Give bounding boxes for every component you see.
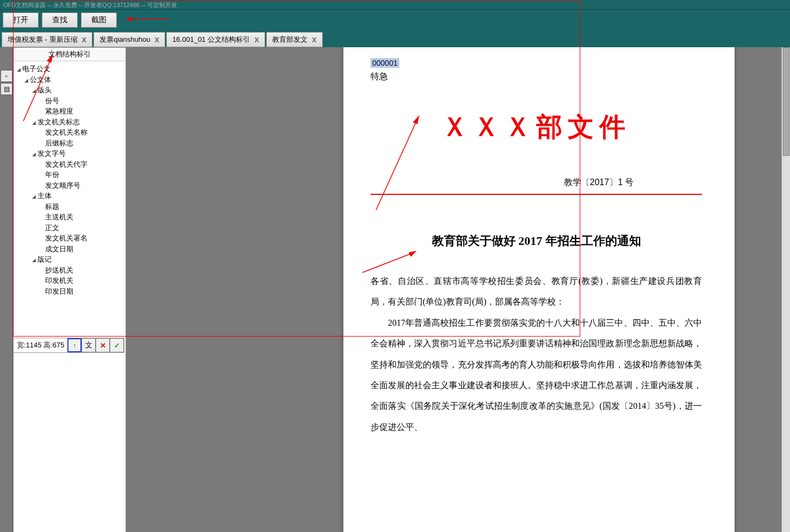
strip-icon-2[interactable]: ▤ [1, 83, 12, 95]
tree-item-label: 成文日期 [45, 245, 73, 253]
tree-item[interactable]: 发文顺序号 [15, 180, 124, 191]
confirm-button[interactable]: ✓ [110, 338, 124, 352]
tree-item-label: 版头 [37, 86, 52, 94]
tree-item-label: 发文顺序号 [45, 181, 80, 189]
tree-item[interactable]: 发文机关代字 [15, 159, 124, 170]
screenshot-button[interactable]: 截图 [81, 12, 117, 28]
left-icon-strip: ▫ ▤ [0, 47, 13, 532]
selection-dimensions: 宽:1145 高:675 [14, 339, 67, 352]
document-number: 教学〔2017〕1 号 [371, 177, 702, 188]
titlebar: OFD文档阅读器 -- 永久免费 -- 开发者QQ:13712486 -- 可定… [0, 0, 790, 10]
tree-item[interactable]: 发文机关名称 [15, 127, 124, 138]
addressee: 各省、自治区、直辖市高等学校招生委员会、教育厅(教委)，新疆生产建设兵团教育局，… [371, 271, 702, 313]
tree-item-label: 主送机关 [45, 213, 73, 221]
main-area: ▫ ▤ 文档结构标引 ◢电子公文◢公文体◢版头份号紧急程度◢发文机关标志发文机关… [0, 47, 790, 532]
close-icon[interactable]: X [154, 36, 159, 44]
tree-item[interactable]: 正文 [15, 223, 124, 233]
tree-item-label: 印发机关 [45, 276, 73, 284]
collapse-icon[interactable]: ◢ [32, 193, 37, 201]
tree-item[interactable]: 紧急程度 [15, 106, 124, 117]
divider-line [371, 194, 702, 195]
tab-invoice-qianshuhou[interactable]: 发票qianshuhou X [93, 32, 165, 47]
tree-item-label: 紧急程度 [45, 107, 73, 115]
tree-item[interactable]: 年份 [15, 169, 124, 180]
screenshot-toolbar: 宽:1145 高:675 ↑ 文 ✕ ✓ [13, 338, 124, 353]
tree-item-label: 发文机关代字 [45, 160, 87, 168]
collapse-icon[interactable]: ◢ [32, 257, 37, 264]
tree-item[interactable]: 印发日期 [15, 286, 124, 297]
close-icon[interactable]: X [254, 36, 259, 44]
tree-item-label: 抄送机关 [45, 266, 73, 274]
serial-number: 000001 [371, 58, 399, 68]
tree-item[interactable]: 后缀标志 [15, 138, 124, 149]
tree-item-label: 发文机关名称 [45, 128, 87, 136]
tree-item[interactable]: ◢发文机关标志 [15, 117, 124, 128]
tab-label: 16.001_01 公文结构标引 [172, 35, 250, 45]
tab-invoice-recompress[interactable]: 增值税发票 - 重新压缩 X [2, 32, 92, 47]
tree-item-label: 后缀标志 [45, 139, 73, 147]
tree-item[interactable]: ◢主体 [15, 191, 124, 201]
tree-item-label: 印发日期 [45, 287, 73, 295]
structure-tree[interactable]: ◢电子公文◢公文体◢版头份号紧急程度◢发文机关标志发文机关名称后缀标志◢发文字号… [14, 61, 126, 532]
tab-bar: 增值税发票 - 重新压缩 X 发票qianshuhou X 16.001_01 … [0, 30, 790, 47]
up-button[interactable]: ↑ [67, 338, 81, 352]
tab-label: 教育部发文 [272, 35, 308, 45]
annotation-arrow-icon [126, 15, 169, 26]
tree-item-label: 电子公文 [22, 65, 51, 73]
cancel-button[interactable]: ✕ [96, 338, 110, 352]
tree-item-label: 公文体 [30, 75, 51, 84]
tab-doc-structure[interactable]: 16.001_01 公文结构标引 X [166, 32, 265, 47]
collapse-icon[interactable]: ◢ [32, 151, 37, 159]
tree-item-label: 标题 [45, 202, 59, 211]
urgency-label: 特急 [371, 71, 702, 83]
tree-item[interactable]: 成文日期 [15, 244, 124, 255]
org-title: ＸＸＸ部文件 [371, 110, 702, 144]
tree-item-label: 正文 [45, 224, 59, 232]
tree-item-label: 发文机关署名 [45, 234, 87, 242]
tree-item[interactable]: 抄送机关 [15, 265, 124, 276]
tree-item-label: 发文字号 [37, 149, 66, 157]
tree-item-label: 份号 [45, 97, 59, 105]
tree-item[interactable]: 主送机关 [15, 212, 124, 223]
tree-item[interactable]: ◢发文字号 [15, 148, 124, 159]
document-page: 000001 特急 ＸＸＸ部文件 教学〔2017〕1 号 教育部关于做好 201… [343, 47, 735, 532]
tab-label: 发票qianshuhou [99, 35, 150, 45]
close-icon[interactable]: X [312, 36, 317, 44]
find-button[interactable]: 查找 [42, 12, 78, 28]
tree-item[interactable]: ◢版记 [15, 254, 124, 265]
tab-label: 增值税发票 - 重新压缩 [8, 35, 78, 45]
tree-item[interactable]: 印发机关 [15, 275, 124, 286]
sidebar-title: 文档结构标引 [14, 48, 126, 61]
collapse-icon[interactable]: ◢ [24, 77, 30, 85]
tree-item[interactable]: ◢公文体 [15, 74, 124, 85]
close-icon[interactable]: X [82, 36, 87, 44]
body-paragraph: 2017年普通高校招生工作要贯彻落实党的十八大和十八届三中、四中、五中、六中全会… [371, 313, 702, 438]
tree-item[interactable]: 份号 [15, 96, 124, 106]
collapse-icon[interactable]: ◢ [32, 119, 37, 127]
document-viewport[interactable]: 000001 特急 ＸＸＸ部文件 教学〔2017〕1 号 教育部关于做好 201… [126, 47, 790, 532]
tree-item[interactable]: ◢版头 [15, 85, 124, 96]
tree-item-label: 年份 [45, 170, 59, 179]
tree-item-label: 发文机关标志 [37, 118, 80, 126]
tree-item[interactable]: ◢电子公文 [15, 64, 124, 74]
structure-sidebar: 文档结构标引 ◢电子公文◢公文体◢版头份号紧急程度◢发文机关标志发文机关名称后缀… [13, 47, 126, 532]
toolbar: 打开 查找 截图 [0, 10, 790, 30]
tree-item[interactable]: 发文机关署名 [15, 233, 124, 244]
collapse-icon[interactable]: ◢ [32, 87, 37, 95]
collapse-icon[interactable]: ◢ [17, 66, 22, 74]
document-body: 各省、自治区、直辖市高等学校招生委员会、教育厅(教委)，新疆生产建设兵团教育局，… [371, 271, 702, 438]
document-title: 教育部关于做好 2017 年招生工作的通知 [371, 233, 702, 249]
tree-item-label: 主体 [37, 192, 52, 200]
strip-icon-1[interactable]: ▫ [1, 70, 12, 82]
tree-item-label: 版记 [37, 255, 52, 263]
open-button[interactable]: 打开 [3, 12, 39, 28]
tab-edu-doc[interactable]: 教育部发文 X [266, 32, 323, 47]
svg-marker-1 [126, 17, 132, 21]
vertical-scrollbar[interactable] [781, 47, 790, 532]
tree-item[interactable]: 标题 [15, 201, 124, 212]
text-button[interactable]: 文 [81, 338, 96, 352]
scrollbar-thumb[interactable] [783, 47, 789, 156]
